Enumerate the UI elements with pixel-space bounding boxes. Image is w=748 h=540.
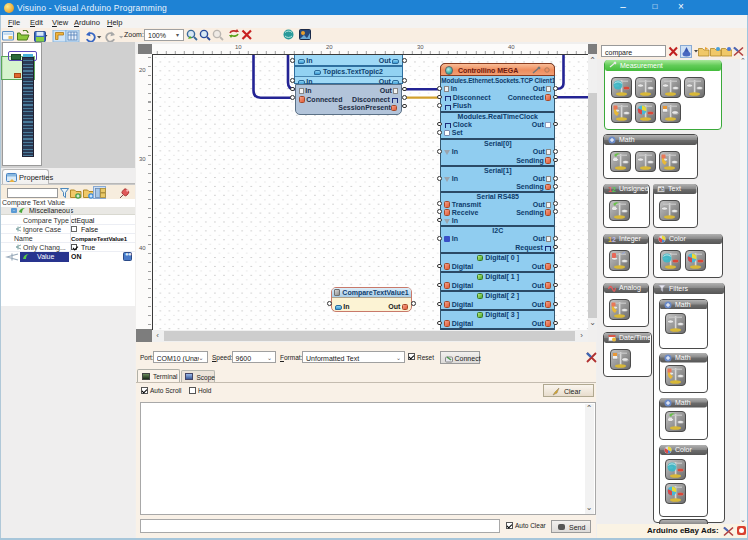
svg-text:2: 2 xyxy=(612,186,616,193)
svg-text:Text: Text xyxy=(668,185,681,192)
svg-text:Unsigned: Unsigned xyxy=(619,185,649,193)
svg-text:Analog: Analog xyxy=(619,284,641,292)
svg-text:Filters: Filters xyxy=(669,285,689,292)
svg-text:Color: Color xyxy=(669,235,686,242)
svg-text:2: 2 xyxy=(612,236,616,243)
svg-text:Math: Math xyxy=(619,136,635,143)
svg-text:Color: Color xyxy=(675,446,692,453)
svg-text:Date/Time: Date/Time xyxy=(619,334,651,341)
svg-text:Math: Math xyxy=(675,354,691,361)
svg-text:Math: Math xyxy=(675,300,691,307)
svg-text:Math: Math xyxy=(675,399,691,406)
svg-text:ab: ab xyxy=(659,186,665,192)
svg-text:Measurement: Measurement xyxy=(620,62,663,69)
svg-text:Integer: Integer xyxy=(619,235,641,243)
